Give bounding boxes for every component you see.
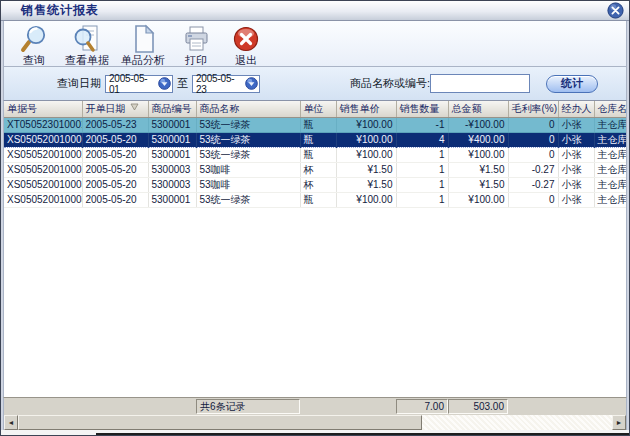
cell-product-name: 53统一绿茶 [196,147,300,162]
cell-total-amount: ¥1.50 [448,177,508,192]
cell-quantity: 1 [396,177,448,192]
cell-margin: 0 [508,117,558,132]
cell-product-name: 53咖啡 [196,177,300,192]
cell-doc-no: XT050523010001 [4,117,82,132]
cell-unit-price: ¥100.00 [336,132,396,147]
cell-warehouse: 主仓库 [594,192,627,207]
cell-quantity: 4 [396,132,448,147]
window-title: 销售统计报表 [21,2,99,19]
cell-total-amount: -¥100.00 [448,117,508,132]
column-header-operator[interactable]: 经办人 [558,101,594,117]
cell-doc-no: XS050520010001 [4,132,82,147]
cell-warehouse: 主仓库 [594,162,627,177]
amount-total: 503.00 [448,399,508,414]
date-from-value: 2005-05-01 [106,73,158,95]
cell-doc-no: XS050520010002 [4,162,82,177]
cell-warehouse: 主仓库 [594,117,627,132]
cell-unit: 杯 [300,177,336,192]
cell-margin: -0.27 [508,177,558,192]
column-header-warehouse[interactable]: 仓库名称 [594,101,627,117]
cell-margin: 0 [508,132,558,147]
toolbar-button-label: 查看单据 [65,54,109,66]
cell-total-amount: ¥400.00 [448,132,508,147]
scrollbar-track[interactable] [18,415,612,430]
record-count: 共6条记录 [196,399,300,414]
window-bottom-edge [1,430,629,436]
cell-product-no: 5300001 [148,192,196,207]
cell-unit: 瓶 [300,132,336,147]
cell-doc-no: XS050520010003 [4,177,82,192]
search-document-icon [72,24,102,54]
toolbar-button-label: 查询 [23,54,45,66]
data-grid: 单据号开单日期商品编号商品名称单位销售单价销售数量总金额毛利率(%)经办人仓库名… [3,100,627,397]
cell-quantity: 1 [396,192,448,207]
table-row[interactable]: XS0505200100032005-05-20530000353咖啡杯¥1.5… [4,177,627,192]
cell-operator: 小张 [558,162,594,177]
cell-warehouse: 主仓库 [594,132,627,147]
toolbar-button-label: 打印 [185,54,207,66]
table-row[interactable]: XS0505200100012005-05-20530000153统一绿茶瓶¥1… [4,132,627,147]
print-button[interactable]: 打印 [174,23,218,66]
column-header-unit-price[interactable]: 销售单价 [336,101,396,117]
grid-header-row: 单据号开单日期商品编号商品名称单位销售单价销售数量总金额毛利率(%)经办人仓库名… [4,101,627,117]
item-analysis-button[interactable]: 单品分析 [118,23,168,66]
cell-operator: 小张 [558,192,594,207]
cell-doc-no: XS050520010002 [4,147,82,162]
cell-unit-price: ¥1.50 [336,177,396,192]
summary-bar: 共6条记录 7.00 503.00 [3,397,627,415]
table-row[interactable]: XT0505230100012005-05-23530000153统一绿茶瓶¥1… [4,117,627,132]
cell-order-date: 2005-05-20 [82,192,148,207]
sort-desc-icon [130,102,139,113]
column-header-doc-no[interactable]: 单据号 [4,101,82,117]
query-date-label: 查询日期 [57,76,101,91]
cell-product-no: 5300001 [148,132,196,147]
cell-margin: 0 [508,192,558,207]
cell-product-no: 5300001 [148,147,196,162]
cell-total-amount: ¥100.00 [448,147,508,162]
column-header-margin[interactable]: 毛利率(%) [508,101,558,117]
horizontal-scrollbar[interactable]: ◄ ► [3,415,627,430]
cell-product-name: 53统一绿茶 [196,192,300,207]
cell-unit: 杯 [300,162,336,177]
document-icon [128,24,158,54]
cell-product-name: 53咖啡 [196,162,300,177]
cell-product-no: 5300003 [148,162,196,177]
scroll-left-icon[interactable]: ◄ [4,415,18,430]
view-document-button[interactable]: 查看单据 [62,23,112,66]
cell-quantity: 1 [396,147,448,162]
column-header-total-amount[interactable]: 总金额 [448,101,508,117]
quantity-total: 7.00 [396,399,448,414]
statistics-button[interactable]: 统计 [546,75,598,93]
query-button[interactable]: 查询 [12,23,56,66]
close-icon[interactable] [607,2,624,19]
column-header-order-date[interactable]: 开单日期 [82,101,148,117]
cell-quantity: 1 [396,162,448,177]
exit-button[interactable]: 退出 [224,23,268,66]
cell-order-date: 2005-05-20 [82,177,148,192]
scrollbar-thumb[interactable] [18,415,422,430]
table-row[interactable]: XS0505200100022005-05-20530000153统一绿茶瓶¥1… [4,147,627,162]
table-row[interactable]: XS0505200100032005-05-20530000153统一绿茶瓶¥1… [4,192,627,207]
date-to-value: 2005-05-23 [193,73,245,95]
column-header-unit[interactable]: 单位 [300,101,336,117]
column-header-product-no[interactable]: 商品编号 [148,101,196,117]
cell-product-name: 53统一绿茶 [196,132,300,147]
date-to-input[interactable]: 2005-05-23 [192,75,260,93]
cell-operator: 小张 [558,147,594,162]
cell-product-name: 53统一绿茶 [196,117,300,132]
table-row[interactable]: XS0505200100022005-05-20530000353咖啡杯¥1.5… [4,162,627,177]
product-filter-input[interactable] [430,74,530,93]
date-dropdown-icon[interactable] [245,77,258,90]
cell-order-date: 2005-05-20 [82,162,148,177]
cell-unit-price: ¥100.00 [336,117,396,132]
scroll-right-icon[interactable]: ► [612,415,626,430]
search-icon [19,24,49,54]
date-from-input[interactable]: 2005-05-01 [105,75,173,93]
cell-unit-price: ¥100.00 [336,147,396,162]
column-header-quantity[interactable]: 销售数量 [396,101,448,117]
cell-margin: -0.27 [508,162,558,177]
column-header-product-name[interactable]: 商品名称 [196,101,300,117]
cell-warehouse: 主仓库 [594,147,627,162]
date-dropdown-icon[interactable] [158,77,171,90]
cell-unit: 瓶 [300,147,336,162]
